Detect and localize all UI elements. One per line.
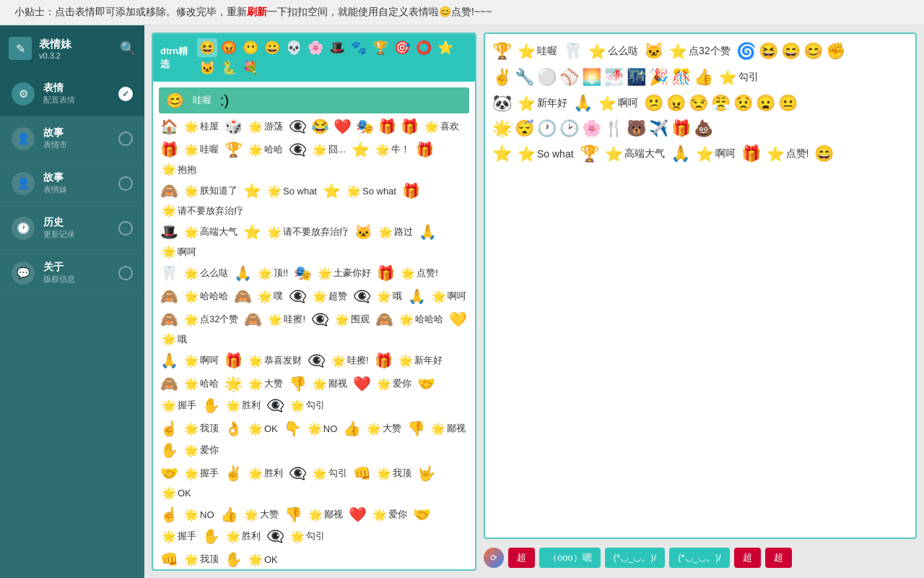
emoji-7-4[interactable]: 👁‍🗨 <box>306 350 327 371</box>
reload-button[interactable]: ⟳ <box>484 548 504 568</box>
emoji-tab-13[interactable]: 🐍 <box>219 59 239 77</box>
preview-emoji-4-6[interactable]: 🎁 <box>741 144 761 163</box>
emoji-text-7-1[interactable]: 🌟啊呵 <box>181 353 222 369</box>
emoji-text-9-5[interactable]: 🌟NO <box>305 420 341 437</box>
search-icon[interactable]: 🔍 <box>120 40 136 56</box>
preview-emoji-1-9[interactable]: 👍 <box>694 68 713 87</box>
preview-emoji-3-4[interactable]: 🌸 <box>582 119 601 138</box>
emoji-text-8-13[interactable]: 🌟勾引 <box>287 397 328 414</box>
bottom-btn-3[interactable]: (*◡_◡。)/ <box>669 548 730 568</box>
emoji-9-8[interactable]: 👎 <box>406 418 427 439</box>
sidebar-toggle-about[interactable] <box>118 266 133 280</box>
sidebar-item-expression-config[interactable]: ⚙表情配置表情✓ <box>0 72 144 116</box>
emoji-7-6[interactable]: 🎁 <box>373 350 394 371</box>
emoji-4-2[interactable]: 🙏 <box>232 263 253 283</box>
emoji-text-4-5[interactable]: 🌟土豪你好 <box>315 265 374 282</box>
emoji-6-6[interactable]: 🙈 <box>374 309 395 329</box>
emoji-text-10-3[interactable]: 🌟胜利 <box>245 465 286 482</box>
emoji-7-2[interactable]: 🎁 <box>223 350 244 371</box>
emoji-9-0[interactable]: ☝️ <box>159 418 180 439</box>
emoji-text-11-11[interactable]: 🌟胜利 <box>223 528 263 545</box>
sidebar-item-about[interactable]: 💬关于版权信息 <box>0 251 144 296</box>
emoji-text-1-5[interactable]: 🌟囧... <box>310 142 349 158</box>
preview-text-4-5[interactable]: ⭐啊呵 <box>693 144 738 164</box>
preview-emoji-2-0[interactable]: 🐼 <box>492 94 512 113</box>
sidebar-item-story-sticker[interactable]: 👤故事表情市 <box>0 116 144 161</box>
sidebar-toggle-story-sticker[interactable] <box>118 131 133 146</box>
emoji-8-12[interactable]: 👁‍🗨 <box>265 395 286 415</box>
emoji-tab-4[interactable]: 💀 <box>284 38 304 57</box>
emoji-11-2[interactable]: 👍 <box>219 504 240 525</box>
emoji-text-4-1[interactable]: 🌟么么哒 <box>181 265 231 282</box>
emoji-text-8-5[interactable]: 🌟鄙视 <box>310 376 350 392</box>
emoji-1-6[interactable]: ⭐ <box>350 139 371 160</box>
emoji-text-11-3[interactable]: 🌟大赞 <box>241 506 282 523</box>
emoji-text-2-3[interactable]: 🌟So what <box>264 183 320 199</box>
emoji-9-6[interactable]: 👍 <box>341 418 362 439</box>
emoji-text-5-1[interactable]: 🌟哈哈哈 <box>181 288 231 305</box>
emoji-tab-8[interactable]: 🏆 <box>370 38 391 57</box>
preview-emoji-3-7[interactable]: ✈️ <box>649 119 668 138</box>
bottom-btn-0[interactable]: 超 <box>508 548 535 568</box>
emoji-text-2-7[interactable]: 🌟请不要放弃治疗 <box>159 202 246 219</box>
preview-emoji-4-2[interactable]: 🏆 <box>580 144 599 163</box>
emoji-8-6[interactable]: ❤️ <box>352 374 372 394</box>
emoji-0-7[interactable]: 🎭 <box>354 116 375 137</box>
preview-emoji-2-5[interactable]: 😠 <box>666 94 686 113</box>
emoji-text-9-11[interactable]: 🌟爱你 <box>181 442 222 459</box>
preview-emoji-3-1[interactable]: 😴 <box>515 119 534 138</box>
preview-emoji-0-4[interactable]: 🐱 <box>644 42 663 61</box>
emoji-6-2[interactable]: 🙈 <box>243 309 263 329</box>
preview-text-1-10[interactable]: ⭐勾引 <box>716 67 762 87</box>
emoji-12-0[interactable]: 👊 <box>159 549 180 569</box>
emoji-2-2[interactable]: ⭐ <box>242 181 263 201</box>
emoji-tab-10[interactable]: ⭕ <box>414 38 434 57</box>
emoji-4-0[interactable]: 🦷 <box>159 263 180 283</box>
emoji-text-0-3[interactable]: 🌟游荡 <box>245 118 286 135</box>
emoji-text-10-5[interactable]: 🌟勾引 <box>310 465 350 482</box>
emoji-text-8-1[interactable]: 🌟哈哈 <box>181 376 222 392</box>
emoji-10-2[interactable]: ✌️ <box>223 463 244 483</box>
preview-emoji-4-4[interactable]: 🙏 <box>671 144 690 163</box>
emoji-text-8-7[interactable]: 🌟爱你 <box>374 376 414 392</box>
emoji-text-5-7[interactable]: 🌟哦 <box>374 288 405 305</box>
emoji-tab-12[interactable]: 🐱 <box>197 59 217 77</box>
bottom-btn-5[interactable]: 超 <box>765 548 792 568</box>
emoji-5-4[interactable]: 👁‍🗨 <box>287 286 308 306</box>
preview-emoji-2-7[interactable]: 😤 <box>711 94 731 113</box>
emoji-tab-11[interactable]: ⭐ <box>435 38 456 57</box>
emoji-2-6[interactable]: 🎁 <box>401 181 422 201</box>
preview-area[interactable]: 🏆⭐哇喔🦷⭐么么哒🐱⭐点32个赞🌀😆😄😊✊✌️🔧⚪⚾🌅🌁🌃🎉🎊👍⭐勾引🐼⭐新年好… <box>484 33 917 539</box>
emoji-text-11-9[interactable]: 🌟握手 <box>159 528 199 545</box>
emoji-4-6[interactable]: 🎁 <box>375 263 396 283</box>
emoji-grid-area[interactable]: 😊哇喔:)🏠🌟桂屋🎲🌟游荡👁‍🗨😂❤️🎭🎁🎁🌟喜欢🎁🌟哇喔🏆🌟哈哈👁‍🗨🌟囧..… <box>153 82 475 569</box>
preview-emoji-1-8[interactable]: 🎊 <box>671 68 691 87</box>
emoji-0-6[interactable]: ❤️ <box>332 116 353 137</box>
preview-emoji-2-8[interactable]: 😟 <box>733 94 753 113</box>
emoji-text-8-9[interactable]: 🌟握手 <box>159 397 199 414</box>
emoji-text-6-5[interactable]: 🌟围观 <box>332 311 372 328</box>
preview-emoji-2-10[interactable]: 😐 <box>778 94 798 113</box>
preview-emoji-0-0[interactable]: 🏆 <box>492 42 512 61</box>
emoji-1-8[interactable]: 🎁 <box>414 139 435 160</box>
preview-text-4-7[interactable]: ⭐点赞! <box>764 144 812 164</box>
preview-text-4-1[interactable]: ⭐So what <box>515 144 577 164</box>
preview-emoji-1-7[interactable]: 🎉 <box>649 68 668 87</box>
emoji-10-8[interactable]: 🤟 <box>416 463 437 483</box>
emoji-3-0[interactable]: 🎩 <box>159 222 180 242</box>
emoji-text-2-5[interactable]: 🌟So what <box>344 183 399 199</box>
emoji-text-7-3[interactable]: 🌟恭喜发财 <box>245 353 305 369</box>
emoji-0-9[interactable]: 🎁 <box>399 116 420 137</box>
preview-emoji-0-6[interactable]: 🌀 <box>736 42 756 61</box>
emoji-8-0[interactable]: 🙈 <box>159 374 180 394</box>
preview-emoji-1-1[interactable]: 🔧 <box>515 68 534 87</box>
emoji-9-4[interactable]: 👇 <box>282 418 303 439</box>
preview-emoji-1-4[interactable]: 🌅 <box>582 68 601 87</box>
emoji-10-6[interactable]: 👊 <box>352 463 372 483</box>
emoji-tab-1[interactable]: 😡 <box>219 38 239 57</box>
emoji-text-7-7[interactable]: 🌟新年好 <box>396 353 445 369</box>
emoji-3-6[interactable]: 🙏 <box>417 222 438 242</box>
emoji-text-11-7[interactable]: 🌟爱你 <box>370 506 410 523</box>
emoji-0-2[interactable]: 🎲 <box>223 116 244 137</box>
emoji-text-9-1[interactable]: 🌟我顶 <box>181 420 222 437</box>
